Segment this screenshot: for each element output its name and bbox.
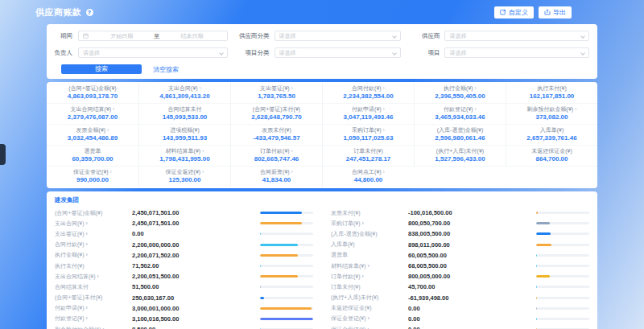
account-row-label[interactable]: 合同付款(¥) › <box>55 241 132 249</box>
account-row-value: 2,200,051,500.00 <box>132 273 245 280</box>
stat-value: 125,300.00 <box>168 176 200 184</box>
stat-cell[interactable]: 保证金返还(¥)›125,300.00 <box>138 167 230 187</box>
stat-cell[interactable]: 合同薪资(¥)›41,834.00 <box>230 167 322 187</box>
stat-label: 执行金额(¥) <box>444 85 473 91</box>
topbar: 供应商账款 ? 自定义 导出 <box>47 0 597 24</box>
stat-cell[interactable]: 付款登记(¥)›3,465,934,033.46 <box>414 104 506 125</box>
stat-cell[interactable]: 剩余预付款金额(¥)›373,082.00 <box>506 104 597 125</box>
start-date-input[interactable]: 开始日期 <box>91 32 152 40</box>
stat-cell[interactable]: 采购订单(¥)›1,050,117,025.63 <box>322 125 414 146</box>
stat-label: 退货单 <box>85 148 101 154</box>
stat-label: 订单付款(¥) <box>260 148 290 154</box>
account-row-label[interactable]: 材料结算单(¥) › <box>331 262 408 270</box>
stat-cell[interactable]: 材料结算单(¥)›1,798,431,995.00 <box>138 146 230 167</box>
account-row-label[interactable]: 执行金额(¥) › <box>55 251 132 259</box>
mini-bar <box>260 286 313 288</box>
account-row: 付款登记(¥) ›3,100,016,500.00 <box>55 314 313 324</box>
mini-bar <box>536 286 589 288</box>
account-row-value: 3,100,016,500.00 <box>132 315 245 323</box>
supplier-select[interactable]: 请选择 <box>444 31 589 41</box>
account-row-label[interactable]: 支出合同(¥) › <box>55 220 132 228</box>
stat-value: 44,800.00 <box>354 176 383 184</box>
mini-bar <box>536 275 589 278</box>
account-row-label[interactable]: 采购订单(¥) › <box>331 220 408 228</box>
end-date-input[interactable]: 结束日期 <box>161 32 222 40</box>
stat-cell[interactable]: 支出签证(¥)›1,783,765.50 <box>230 83 322 104</box>
account-row: 发票未付(¥)-100,016,500.00 <box>331 208 589 218</box>
help-icon[interactable]: ? <box>86 9 93 16</box>
account-row: (入库-退货)金额(¥)838,005,500.00 <box>331 228 589 239</box>
stat-cell[interactable]: 订单付款(¥)›802,665,747.46 <box>230 146 322 167</box>
stat-cell[interactable]: 保证金登记(¥)›990,000.00 <box>47 167 138 187</box>
account-row-value: 0.00 <box>408 315 521 323</box>
mini-bar <box>260 265 313 267</box>
account-row-label[interactable]: 剩余预付款金额(¥) › <box>55 326 132 329</box>
account-row: 付款申请(¥) ›3,000,001,000.00 <box>55 303 313 314</box>
owner-select[interactable]: 请选择 <box>78 47 228 58</box>
account-row-value: 800,050,700.00 <box>408 220 521 227</box>
search-button[interactable]: 搜索 <box>61 64 142 74</box>
chevron-right-icon: › <box>291 148 293 154</box>
stat-label: 进项税额(¥) <box>170 127 200 133</box>
clear-search-link[interactable]: 清空搜索 <box>153 65 179 74</box>
account-row: 订单付款(¥) ›800,005,000.00 <box>331 271 589 282</box>
account-row-label[interactable]: 支出合同结算(¥) › <box>55 273 132 281</box>
account-row-label[interactable]: 支出签证(¥) › <box>55 230 132 238</box>
account-row-label[interactable]: 付款登记(¥) › <box>55 315 132 323</box>
stat-cell[interactable]: 支出合同(¥)›4,861,309,413.20 <box>138 83 230 104</box>
stat-cell[interactable]: 合同付款(¥)›2,234,382,554.00 <box>322 83 414 104</box>
account-row: 保证金登记(¥) ›0.00 <box>331 314 589 324</box>
account-row: 执行未付(¥)71,502.00 <box>55 261 313 271</box>
stat-value: 990,000.00 <box>76 176 109 184</box>
stat-label: 支出合同结算(¥) <box>71 106 112 112</box>
stat-label: 付款申请(¥) <box>352 106 382 112</box>
supplier-category-select[interactable]: 请选择 <box>275 31 402 41</box>
account-row: 合同结算未付51,500.00 <box>55 282 313 292</box>
stat-cell[interactable]: 付款申请(¥)›3,047,119,493.46 <box>322 104 414 125</box>
customize-button[interactable]: 自定义 <box>494 6 534 19</box>
stat-value: 41,834.00 <box>262 176 291 184</box>
mini-bar <box>260 222 313 224</box>
stat-cell: (执行+入库)未付(¥)1,527,596,433.00 <box>414 146 506 167</box>
account-row: (合同+签证)未付(¥)250,030,167.00 <box>55 293 313 303</box>
stats-card: (合同+签证)金额(¥)4,863,093,178.70支出合同(¥)›4,86… <box>47 82 597 188</box>
account-row-value: 250,030,167.00 <box>132 294 245 302</box>
account-row-label[interactable]: 保证金登记(¥) › <box>331 315 408 323</box>
account-row-value: 838,005,500.00 <box>408 230 521 237</box>
stat-value: -433,479,546.57 <box>253 134 299 142</box>
account-row-label[interactable]: 订单付款(¥) › <box>331 273 408 281</box>
chevron-right-icon: › <box>107 127 109 133</box>
project-select[interactable]: 请选择 <box>444 47 589 58</box>
stat-label: 支出签证(¥) <box>260 85 290 91</box>
stat-label: (合同+签证)金额(¥) <box>68 85 116 91</box>
stat-cell: 合同结算未付145,093,533.00 <box>138 104 230 125</box>
supplier-accounts-page: 供应商账款 ? 自定义 导出 期间 开始日期 至 结束日期 供应商分类 <box>47 0 597 329</box>
account-row: 剩余预付款金额(¥) ›8,500.00 <box>55 324 313 329</box>
stat-value: 1,798,431,995.00 <box>159 155 209 163</box>
side-drawer-handle[interactable] <box>0 144 6 165</box>
group-name-link[interactable]: 建发集团 <box>55 196 589 204</box>
mini-bar <box>536 212 589 214</box>
stat-cell[interactable]: 执行金额(¥)›2,396,550,405.00 <box>414 83 506 104</box>
mini-bar <box>536 244 589 246</box>
account-row: 支出合同结算(¥) ›2,200,051,500.00 <box>55 271 313 282</box>
date-range-field[interactable]: 开始日期 至 结束日期 <box>78 31 228 41</box>
account-row-label[interactable]: 付款申请(¥) › <box>55 304 132 312</box>
stat-label: 剩余预付款金额(¥) <box>527 106 574 112</box>
chevron-right-icon: › <box>202 169 204 175</box>
stat-value: 2,596,980,061.46 <box>435 134 485 142</box>
account-row: 材料结算单(¥) ›68,005,500.00 <box>331 261 589 271</box>
account-row-label[interactable]: 保证金返还(¥) › <box>331 326 408 329</box>
date-to-label: 至 <box>152 32 161 40</box>
stat-label: 执行未付(¥) <box>537 85 567 91</box>
stat-cell[interactable]: 发票金额(¥)›3,032,454,486.89 <box>47 125 138 146</box>
stat-value: 247,451,278.17 <box>346 155 391 163</box>
account-row-value: 3,000,001,000.00 <box>132 305 245 312</box>
project-category-select[interactable]: 请选择 <box>275 47 402 58</box>
export-button[interactable]: 导出 <box>539 6 572 19</box>
stat-value: 2,379,476,087.00 <box>68 113 118 121</box>
stat-cell[interactable]: 合同点工(¥)›44,800.00 <box>322 167 414 187</box>
stat-cell[interactable]: 支出合同结算(¥)›2,379,476,087.00 <box>47 104 138 125</box>
account-row: 保证金返还(¥) ›0.00 <box>331 324 589 329</box>
account-row-label: 未返还保证金(¥) <box>331 304 408 312</box>
